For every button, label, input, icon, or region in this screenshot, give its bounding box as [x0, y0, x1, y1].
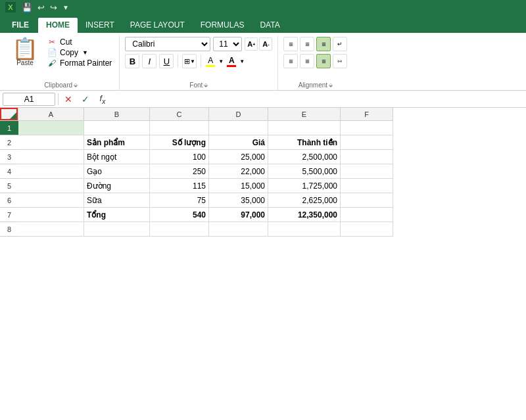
cell-A6[interactable]: [18, 193, 84, 208]
cell-D4[interactable]: 22,000: [209, 164, 268, 179]
font-color-button[interactable]: A: [226, 55, 237, 68]
customize-quick-btn[interactable]: ▼: [60, 4, 71, 11]
tab-data[interactable]: DATA: [252, 18, 287, 33]
cell-E8[interactable]: [268, 222, 341, 237]
cell-F6[interactable]: [341, 193, 393, 208]
cell-E7[interactable]: 12,350,000: [268, 208, 341, 222]
alignment-expand-icon[interactable]: ⬙: [329, 82, 333, 88]
font-name-selector[interactable]: Calibri: [125, 37, 210, 51]
cell-A1[interactable]: [18, 121, 84, 135]
border-button[interactable]: ⊞▼: [182, 54, 197, 68]
copy-button[interactable]: 📄 Copy ▼: [45, 47, 114, 58]
tab-file[interactable]: FILE: [3, 18, 38, 33]
name-box[interactable]: [3, 93, 55, 106]
cell-B7[interactable]: Tổng: [84, 208, 150, 222]
col-header-b[interactable]: A: [18, 108, 84, 121]
cell-B1[interactable]: [84, 121, 150, 135]
highlight-dropdown[interactable]: ▼: [218, 58, 224, 64]
tab-formulas[interactable]: FORMULAS: [193, 18, 252, 33]
col-header-f[interactable]: E: [268, 108, 341, 121]
row-header-7[interactable]: 7: [0, 208, 18, 222]
align-middle-button[interactable]: ≡: [300, 37, 314, 51]
col-header-c[interactable]: B: [84, 108, 150, 121]
row-header-1[interactable]: 1: [0, 121, 18, 135]
cell-A8[interactable]: [18, 222, 84, 237]
redo-quick-btn[interactable]: ↪: [48, 3, 59, 12]
cell-A2[interactable]: [18, 135, 84, 150]
cell-B2[interactable]: Sản phẩm: [84, 135, 150, 150]
cell-D2[interactable]: Giá: [209, 135, 268, 150]
cell-C8[interactable]: [150, 222, 209, 237]
cell-F7[interactable]: [341, 208, 393, 222]
clipboard-expand-icon[interactable]: ⬙: [74, 82, 78, 88]
row-header-6[interactable]: 6: [0, 193, 18, 208]
row-header-2[interactable]: 2: [0, 135, 18, 150]
cell-A3[interactable]: [18, 150, 84, 164]
cell-D5[interactable]: 15,000: [209, 179, 268, 193]
cell-A5[interactable]: [18, 179, 84, 193]
row-header-3[interactable]: 3: [0, 150, 18, 164]
tab-page-layout[interactable]: PAGE LAYOUT: [122, 18, 193, 33]
tab-home[interactable]: HOME: [38, 18, 78, 33]
cell-C3[interactable]: 100: [150, 150, 209, 164]
decrease-font-button[interactable]: A-: [259, 37, 272, 51]
italic-button[interactable]: I: [142, 54, 156, 68]
cell-C2[interactable]: Số lượng: [150, 135, 209, 150]
paste-button[interactable]: 📋 Paste: [8, 37, 42, 68]
undo-quick-btn[interactable]: ↩: [36, 3, 47, 12]
wrap-text-button[interactable]: ↵: [333, 37, 347, 51]
cell-E6[interactable]: 2,625,000: [268, 193, 341, 208]
cell-E1[interactable]: [268, 121, 341, 135]
underline-button[interactable]: U: [159, 54, 174, 68]
cell-F2[interactable]: [341, 135, 393, 150]
format-painter-button[interactable]: 🖌 Format Painter: [45, 58, 114, 68]
font-size-selector[interactable]: 11: [213, 37, 242, 51]
cell-C4[interactable]: 250: [150, 164, 209, 179]
select-all-button[interactable]: [0, 108, 18, 121]
save-quick-btn[interactable]: 💾: [20, 3, 34, 12]
col-header-g[interactable]: F: [341, 108, 393, 121]
cancel-formula-btn[interactable]: ✕: [61, 94, 76, 105]
row-header-8[interactable]: 8: [0, 222, 18, 237]
tab-insert[interactable]: INSERT: [78, 18, 122, 33]
cell-B3[interactable]: Bột ngọt: [84, 150, 150, 164]
cell-F4[interactable]: [341, 164, 393, 179]
cell-B6[interactable]: Sữa: [84, 193, 150, 208]
formula-input[interactable]: [112, 93, 523, 106]
cell-E5[interactable]: 1,725,000: [268, 179, 341, 193]
font-color-dropdown[interactable]: ▼: [239, 58, 245, 64]
row-header-4[interactable]: 4: [0, 164, 18, 179]
cell-D7[interactable]: 97,000: [209, 208, 268, 222]
cell-A7[interactable]: [18, 208, 84, 222]
cell-F1[interactable]: [341, 121, 393, 135]
align-top-button[interactable]: ≡: [283, 37, 298, 51]
merge-center-button[interactable]: ⇿: [333, 54, 347, 68]
align-left-button[interactable]: ≡: [283, 54, 298, 68]
cell-C6[interactable]: 75: [150, 193, 209, 208]
bold-button[interactable]: B: [125, 54, 139, 68]
cell-D8[interactable]: [209, 222, 268, 237]
cell-C7[interactable]: 540: [150, 208, 209, 222]
cell-A4[interactable]: [18, 164, 84, 179]
confirm-formula-btn[interactable]: ✓: [78, 94, 93, 105]
cell-C1[interactable]: [150, 121, 209, 135]
copy-dropdown-arrow[interactable]: ▼: [82, 49, 88, 56]
cell-D3[interactable]: 25,000: [209, 150, 268, 164]
align-bottom-button[interactable]: ≡: [316, 37, 331, 51]
cell-F5[interactable]: [341, 179, 393, 193]
font-expand-icon[interactable]: ⬙: [204, 82, 208, 88]
col-header-d[interactable]: C: [150, 108, 209, 121]
cell-F8[interactable]: [341, 222, 393, 237]
cell-E3[interactable]: 2,500,000: [268, 150, 341, 164]
highlight-button[interactable]: A: [205, 55, 216, 68]
align-right-button[interactable]: ≡: [316, 54, 331, 68]
cell-D1[interactable]: [209, 121, 268, 135]
cell-D6[interactable]: 35,000: [209, 193, 268, 208]
cell-F3[interactable]: [341, 150, 393, 164]
increase-font-button[interactable]: A+: [245, 37, 258, 51]
cell-C5[interactable]: 115: [150, 179, 209, 193]
insert-function-btn[interactable]: fx: [95, 93, 110, 105]
cell-B5[interactable]: Đường: [84, 179, 150, 193]
row-header-5[interactable]: 5: [0, 179, 18, 193]
cut-button[interactable]: ✂ Cut: [45, 37, 114, 47]
